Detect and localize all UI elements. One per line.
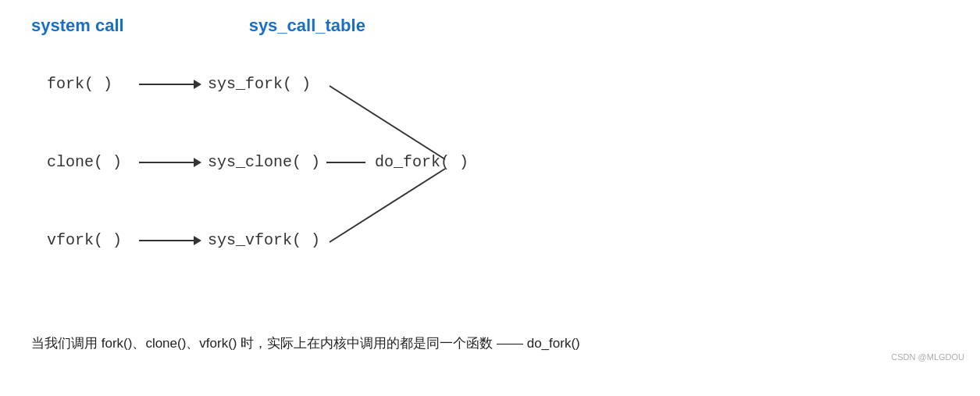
sys-fork-label: sys_fork( ) — [208, 75, 311, 93]
clone-arrow — [139, 158, 201, 167]
sys-call-table-header: sys_call_table — [249, 16, 365, 36]
fork-arrow — [139, 80, 201, 89]
sys-clone-label: sys_clone( ) — [208, 153, 320, 171]
svg-line-0 — [330, 86, 445, 159]
clone-label: clone( ) — [47, 153, 133, 171]
system-call-header: system call — [31, 16, 124, 36]
clone-row: clone( ) sys_clone( ) do_fork( ) — [47, 153, 469, 171]
vfork-label: vfork( ) — [47, 231, 133, 249]
vfork-arrow — [139, 236, 201, 245]
bottom-description: 当我们调用 fork()、clone()、vfork() 时，实际上在内核中调用… — [31, 333, 949, 354]
converge-lines-svg — [47, 59, 672, 309]
watermark: CSDN @MLGDOU — [891, 352, 964, 362]
sys-vfork-label: sys_vfork( ) — [208, 231, 320, 249]
fork-row: fork( ) sys_fork( ) — [47, 75, 311, 93]
do-fork-label: do_fork( ) — [375, 153, 469, 171]
fork-label: fork( ) — [47, 75, 133, 93]
diagram-area: fork( ) sys_fork( ) clone( ) sys_clone( … — [47, 59, 672, 309]
vfork-row: vfork( ) sys_vfork( ) — [47, 231, 320, 249]
svg-line-1 — [330, 169, 445, 242]
